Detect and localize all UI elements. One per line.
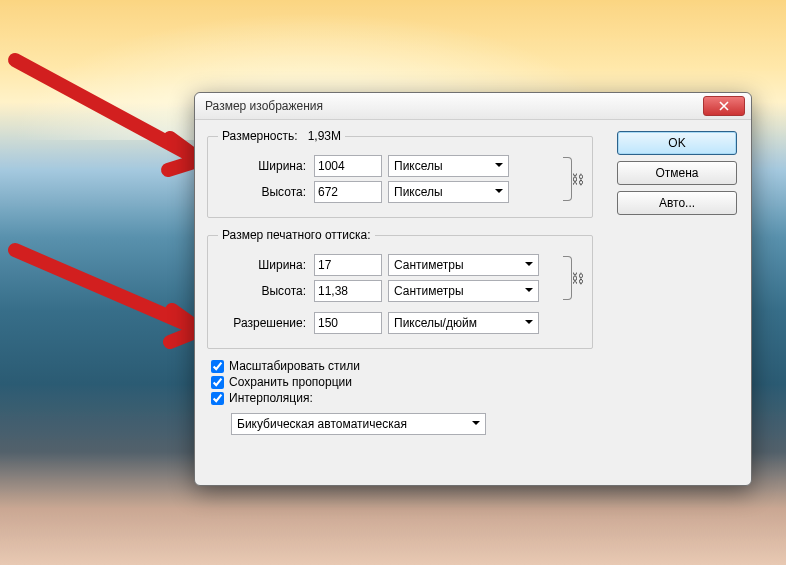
auto-button-label: Авто... [659,196,695,210]
titlebar[interactable]: Размер изображения [195,93,751,120]
px-height-label: Высота: [218,185,308,199]
doc-width-unit-value: Сантиметры [394,258,464,272]
auto-button[interactable]: Авто... [617,191,737,215]
px-height-unit-select[interactable]: Пикселы [388,181,509,203]
pixel-filesize: 1,93M [308,129,341,143]
resample-check[interactable]: Интерполяция: [211,391,593,405]
link-icon: ⛓ [571,172,584,187]
options-checks: Масштабировать стили Сохранить пропорции… [211,359,593,405]
pixel-legend-prefix: Размерность: [222,129,298,143]
doc-height-label: Высота: [218,284,308,298]
doc-height-unit-select[interactable]: Сантиметры [388,280,539,302]
resolution-unit-value: Пикселы/дюйм [394,316,477,330]
resolution-label: Разрешение: [218,316,308,330]
doc-height-unit-value: Сантиметры [394,284,464,298]
px-width-unit-select[interactable]: Пикселы [388,155,509,177]
resolution-unit-select[interactable]: Пикселы/дюйм [388,312,539,334]
dialog-title: Размер изображения [205,99,703,113]
px-width-label: Ширина: [218,159,308,173]
print-size-legend: Размер печатного оттиска: [218,228,375,242]
scale-styles-checkbox[interactable] [211,360,224,373]
close-icon [719,101,729,111]
constrain-proportions-check[interactable]: Сохранить пропорции [211,375,593,389]
doc-width-label: Ширина: [218,258,308,272]
pixel-dimensions-legend: Размерность: 1,93M [218,129,345,143]
constrain-proportions-checkbox[interactable] [211,376,224,389]
link-icon: ⛓ [571,271,584,286]
scale-styles-label: Масштабировать стили [229,359,360,373]
doc-width-input[interactable] [314,254,382,276]
ok-button[interactable]: OK [617,131,737,155]
doc-height-input[interactable] [314,280,382,302]
print-size-group: Размер печатного оттиска: Ширина: Сантим… [207,228,593,349]
interpolation-select[interactable]: Бикубическая автоматическая [231,413,486,435]
px-constrain-link[interactable]: ⛓ [560,151,582,207]
px-width-input[interactable] [314,155,382,177]
px-width-unit-value: Пикселы [394,159,443,173]
resolution-input[interactable] [314,312,382,334]
interpolation-value: Бикубическая автоматическая [237,417,407,431]
pixel-dimensions-group: Размерность: 1,93M Ширина: Пикселы [207,129,593,218]
constrain-proportions-label: Сохранить пропорции [229,375,352,389]
image-size-dialog: Размер изображения Размерность: 1,93M Ши… [194,92,752,486]
scale-styles-check[interactable]: Масштабировать стили [211,359,593,373]
doc-constrain-link[interactable]: ⛓ [560,250,582,306]
doc-width-unit-select[interactable]: Сантиметры [388,254,539,276]
cancel-button[interactable]: Отмена [617,161,737,185]
cancel-button-label: Отмена [655,166,698,180]
resample-checkbox[interactable] [211,392,224,405]
close-button[interactable] [703,96,745,116]
ok-button-label: OK [668,136,685,150]
dialog-buttons: OK Отмена Авто... [617,131,737,215]
px-height-input[interactable] [314,181,382,203]
px-height-unit-value: Пикселы [394,185,443,199]
resample-label: Интерполяция: [229,391,313,405]
